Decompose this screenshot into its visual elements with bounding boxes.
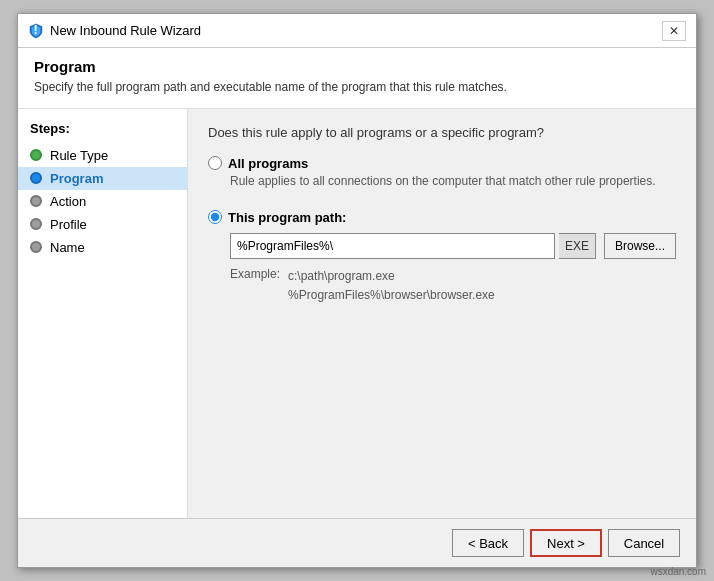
next-button[interactable]: Next > xyxy=(530,529,602,557)
step-dot-name xyxy=(30,241,42,253)
step-label-name: Name xyxy=(50,240,85,255)
svg-text:!: ! xyxy=(34,23,38,37)
page-header: Program Specify the full program path an… xyxy=(18,48,696,109)
option-this-program-header: This program path: xyxy=(208,210,676,225)
option-all-programs: All programs Rule applies to all connect… xyxy=(208,156,676,190)
steps-label: Steps: xyxy=(18,121,187,144)
sidebar-item-rule-type[interactable]: Rule Type xyxy=(18,144,187,167)
all-programs-desc: Rule applies to all connections on the c… xyxy=(230,173,676,190)
sidebar-item-profile[interactable]: Profile xyxy=(18,213,187,236)
this-program-radio[interactable] xyxy=(208,210,222,224)
path-input[interactable] xyxy=(230,233,555,259)
title-bar: ! New Inbound Rule Wizard ✕ xyxy=(18,14,696,48)
question-text: Does this rule apply to all programs or … xyxy=(208,125,676,140)
step-dot-rule-type xyxy=(30,149,42,161)
back-button[interactable]: < Back xyxy=(452,529,524,557)
example-paths: c:\path\program.exe%ProgramFiles%\browse… xyxy=(288,267,495,305)
step-label-program: Program xyxy=(50,171,103,186)
all-programs-label[interactable]: All programs xyxy=(228,156,308,171)
sidebar-item-name[interactable]: Name xyxy=(18,236,187,259)
option-group: All programs Rule applies to all connect… xyxy=(208,156,676,305)
page-description: Specify the full program path and execut… xyxy=(34,79,680,96)
title-bar-left: ! New Inbound Rule Wizard xyxy=(28,23,201,39)
example-row: Example: c:\path\program.exe%ProgramFile… xyxy=(230,267,676,305)
page-title: Program xyxy=(34,58,680,75)
window-title: New Inbound Rule Wizard xyxy=(50,23,201,38)
path-input-row: EXE Browse... xyxy=(230,233,676,259)
all-programs-radio[interactable] xyxy=(208,156,222,170)
step-dot-program xyxy=(30,172,42,184)
close-button[interactable]: ✕ xyxy=(662,21,686,41)
footer: < Back Next > Cancel xyxy=(18,518,696,567)
step-label-rule-type: Rule Type xyxy=(50,148,108,163)
sidebar: Steps: Rule Type Program Action Profile … xyxy=(18,109,188,518)
step-dot-profile xyxy=(30,218,42,230)
step-label-profile: Profile xyxy=(50,217,87,232)
example-label: Example: xyxy=(230,267,280,305)
step-label-action: Action xyxy=(50,194,86,209)
sidebar-item-program[interactable]: Program xyxy=(18,167,187,190)
cancel-button[interactable]: Cancel xyxy=(608,529,680,557)
sidebar-item-action[interactable]: Action xyxy=(18,190,187,213)
main-content: Does this rule apply to all programs or … xyxy=(188,109,696,518)
option-all-programs-header: All programs xyxy=(208,156,676,171)
option-this-program: This program path: EXE Browse... Example… xyxy=(208,210,676,305)
browse-button[interactable]: Browse... xyxy=(604,233,676,259)
exe-label: EXE xyxy=(559,233,596,259)
watermark: wsxdan.com xyxy=(650,566,706,577)
this-program-label[interactable]: This program path: xyxy=(228,210,346,225)
dialog-window: ! New Inbound Rule Wizard ✕ Program Spec… xyxy=(17,13,697,568)
shield-icon: ! xyxy=(28,23,44,39)
step-dot-action xyxy=(30,195,42,207)
content-area: Steps: Rule Type Program Action Profile … xyxy=(18,109,696,518)
